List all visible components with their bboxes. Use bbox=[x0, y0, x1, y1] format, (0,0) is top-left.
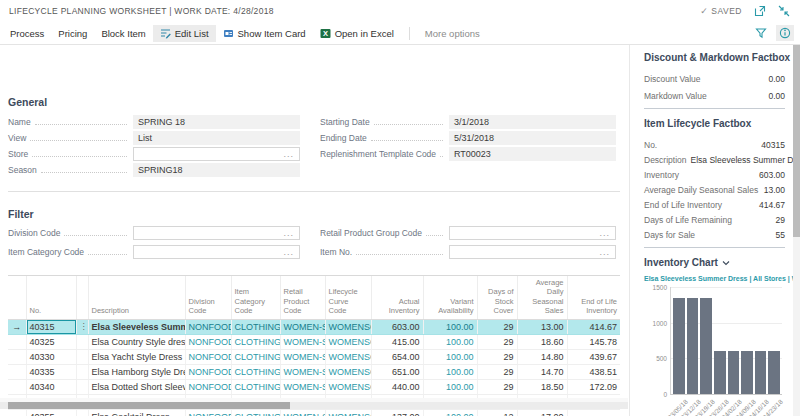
cell-item_category_code[interactable]: CLOTHING bbox=[231, 334, 280, 349]
name-input[interactable]: SPRING 18 bbox=[133, 115, 300, 129]
more-options-button[interactable]: More options bbox=[418, 25, 487, 42]
cell-variant_availability[interactable]: 100.00 bbox=[423, 349, 477, 364]
vertical-scrollbar-thumb[interactable] bbox=[793, 45, 800, 237]
cell-days_of_stock_cover[interactable]: 29 bbox=[477, 319, 517, 334]
ending-date-input[interactable]: 5/31/2018 bbox=[449, 131, 616, 145]
factbox-field-value[interactable]: 0.00 bbox=[768, 91, 785, 101]
season-input[interactable]: SPRING18 bbox=[133, 163, 300, 177]
cell-variant_availability[interactable]: 100.00 bbox=[423, 409, 477, 416]
cell-no[interactable]: 40340 bbox=[26, 379, 76, 394]
table-row[interactable]: 40340Elsa Dotted Short Sleeve DressNONFO… bbox=[8, 379, 620, 394]
cell-days_of_stock_cover[interactable]: 29 bbox=[477, 349, 517, 364]
horizontal-scrollbar-thumb[interactable] bbox=[8, 402, 290, 409]
row-menu-cell[interactable] bbox=[76, 349, 88, 364]
cell-end_of_life_inventory[interactable]: 145.78 bbox=[567, 334, 620, 349]
cell-lifecycle_curve_code[interactable]: WOMENSCLO... bbox=[325, 334, 371, 349]
cell-average_daily_seasonal_sales[interactable]: 13.00 bbox=[517, 319, 567, 334]
cell-end_of_life_inventory[interactable]: 438.51 bbox=[567, 364, 620, 379]
edit-list-button[interactable]: Edit List bbox=[153, 25, 216, 42]
view-input[interactable]: List bbox=[133, 131, 300, 145]
table-row[interactable]: 40335Elsa Hamborg Style DressNONFOODCLOT… bbox=[8, 364, 620, 379]
cell-item_category_code[interactable]: CLOTHING bbox=[231, 409, 280, 416]
cell-actual_inventory[interactable]: 654.00 bbox=[371, 349, 423, 364]
cell-description[interactable]: Elsa Sleeveless Summer Dress bbox=[88, 319, 185, 334]
lookup-button[interactable]: ... bbox=[283, 150, 294, 159]
block-item-button[interactable]: Block Item bbox=[94, 25, 152, 42]
cell-no[interactable]: 40315 bbox=[26, 319, 76, 334]
factbox-toggle-button[interactable] bbox=[776, 25, 794, 41]
lookup-button[interactable]: ... bbox=[599, 229, 610, 238]
cell-division_code[interactable]: NONFOOD bbox=[185, 409, 231, 416]
cell-no[interactable]: 40355 bbox=[26, 409, 76, 416]
table-row[interactable]: 40330Elsa Yacht Style DressNONFOODCLOTHI… bbox=[8, 349, 620, 364]
column-header-item_category_code[interactable]: Item Category Code bbox=[231, 276, 280, 319]
row-selector-cell[interactable] bbox=[8, 409, 26, 416]
cell-description[interactable]: Elsa Cocktail Dress bbox=[88, 409, 185, 416]
cell-average_daily_seasonal_sales[interactable]: 14.70 bbox=[517, 364, 567, 379]
process-menu[interactable]: Process bbox=[3, 25, 51, 42]
column-header-no[interactable]: No. bbox=[26, 276, 76, 319]
cell-average_daily_seasonal_sales[interactable]: 17.00 bbox=[517, 409, 567, 416]
cell-no[interactable]: 40335 bbox=[26, 364, 76, 379]
row-selector-cell[interactable] bbox=[8, 379, 26, 394]
column-header-retail_product_code[interactable]: Retail Product Code bbox=[280, 276, 325, 319]
cell-lifecycle_curve_code[interactable]: WOMENSCLO... bbox=[325, 409, 371, 416]
cell-item_category_code[interactable]: CLOTHING bbox=[231, 364, 280, 379]
row-selector-cell[interactable] bbox=[8, 334, 26, 349]
column-header-description[interactable]: Description bbox=[88, 276, 185, 319]
cell-division_code[interactable]: NONFOOD bbox=[185, 334, 231, 349]
collapse-button[interactable] bbox=[778, 5, 790, 17]
cell-item_category_code[interactable]: CLOTHING bbox=[231, 319, 280, 334]
pricing-menu[interactable]: Pricing bbox=[51, 25, 94, 42]
row-menu-cell[interactable] bbox=[76, 409, 88, 416]
cell-variant_availability[interactable]: 100.00 bbox=[423, 379, 477, 394]
cell-end_of_life_inventory[interactable]: 172.09 bbox=[567, 379, 620, 394]
cell-end_of_life_inventory[interactable]: 439.67 bbox=[567, 349, 620, 364]
cell-lifecycle_curve_code[interactable]: WOMENSCLO... bbox=[325, 319, 371, 334]
horizontal-scrollbar[interactable] bbox=[0, 402, 628, 409]
cell-lifecycle_curve_code[interactable]: WOMENSCLO... bbox=[325, 379, 371, 394]
cell-average_daily_seasonal_sales[interactable]: 14.80 bbox=[517, 349, 567, 364]
cell-lifecycle_curve_code[interactable]: WOMENSCLO... bbox=[325, 349, 371, 364]
factbox-field-value[interactable]: Elsa Sleeveless Summer Dress bbox=[691, 155, 793, 165]
cell-no[interactable]: 40325 bbox=[26, 334, 76, 349]
row-menu-cell[interactable] bbox=[76, 364, 88, 379]
row-menu-cell[interactable] bbox=[76, 379, 88, 394]
column-header-lifecycle_curve_code[interactable]: Lifecycle Curve Code bbox=[325, 276, 371, 319]
cell-retail_product_code[interactable]: WOMEN-S bbox=[280, 364, 325, 379]
cell-variant_availability[interactable]: 100.00 bbox=[423, 319, 477, 334]
cell-actual_inventory[interactable]: 440.00 bbox=[371, 379, 423, 394]
show-item-card-button[interactable]: Show Item Card bbox=[216, 25, 313, 42]
cell-days_of_stock_cover[interactable]: 29 bbox=[477, 364, 517, 379]
table-row[interactable]: 40325Elsa Country Style dressNONFOODCLOT… bbox=[8, 334, 620, 349]
cell-days_of_stock_cover[interactable]: 29 bbox=[477, 334, 517, 349]
cell-division_code[interactable]: NONFOOD bbox=[185, 379, 231, 394]
cell-division_code[interactable]: NONFOOD bbox=[185, 349, 231, 364]
row-selector-cell[interactable]: → bbox=[8, 319, 26, 334]
factbox-field-value[interactable]: 603.00 bbox=[759, 170, 785, 180]
replenishment-template-code-input[interactable]: RT00023 bbox=[449, 147, 616, 161]
factbox-field-value[interactable]: 40315 bbox=[761, 140, 785, 150]
filter-button[interactable] bbox=[752, 25, 770, 41]
item-category-code-input[interactable]: ... bbox=[133, 245, 300, 259]
row-menu-cell[interactable]: ⋮ bbox=[76, 319, 88, 334]
cell-days_of_stock_cover[interactable]: 29 bbox=[477, 379, 517, 394]
table-row[interactable]: →40315⋮Elsa Sleeveless Summer DressNONFO… bbox=[8, 319, 620, 334]
cell-days_of_stock_cover[interactable]: 12 bbox=[477, 409, 517, 416]
cell-division_code[interactable]: NONFOOD bbox=[185, 319, 231, 334]
starting-date-input[interactable]: 3/1/2018 bbox=[449, 115, 616, 129]
cell-retail_product_code[interactable]: WOMEN-S bbox=[280, 334, 325, 349]
division-code-input[interactable]: ... bbox=[133, 226, 300, 240]
open-in-excel-button[interactable]: X Open in Excel bbox=[313, 25, 401, 42]
lookup-button[interactable]: ... bbox=[599, 248, 610, 257]
cell-average_daily_seasonal_sales[interactable]: 18.60 bbox=[517, 334, 567, 349]
cell-description[interactable]: Elsa Dotted Short Sleeve Dress bbox=[88, 379, 185, 394]
row-selector-cell[interactable] bbox=[8, 349, 26, 364]
vertical-scrollbar[interactable] bbox=[793, 45, 800, 416]
column-header-days_of_stock_cover[interactable]: Days of Stock Cover bbox=[477, 276, 517, 319]
cell-item_category_code[interactable]: CLOTHING bbox=[231, 379, 280, 394]
cell-variant_availability[interactable]: 100.00 bbox=[423, 334, 477, 349]
cell-actual_inventory[interactable]: 651.00 bbox=[371, 364, 423, 379]
cell-item_category_code[interactable]: CLOTHING bbox=[231, 349, 280, 364]
cell-average_daily_seasonal_sales[interactable]: 18.50 bbox=[517, 379, 567, 394]
